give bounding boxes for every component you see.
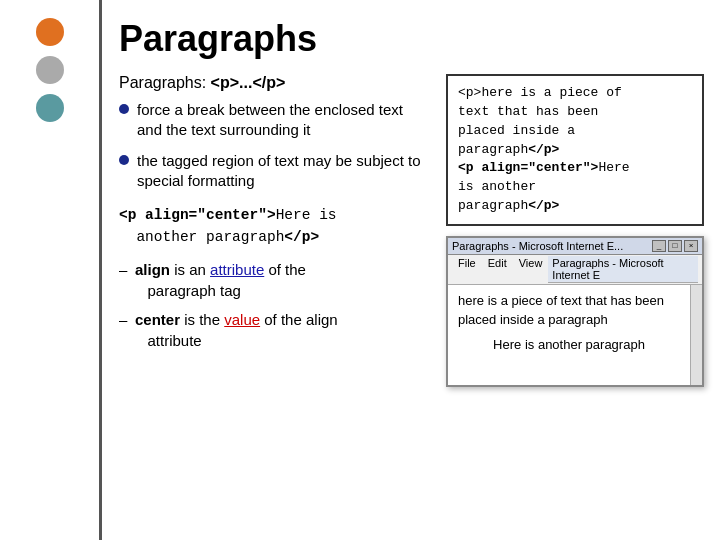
menu-view[interactable]: View: [513, 256, 549, 283]
browser-para2: placed inside a paragraph: [458, 312, 680, 327]
codebox-line3: placed inside a: [458, 122, 692, 141]
dash-item-2: center is the value of the align attribu…: [119, 309, 430, 351]
left-divider: [99, 0, 102, 540]
codebox-tag4: </p>: [528, 142, 559, 157]
browser-win-controls: _ □ ×: [652, 240, 698, 252]
browser-address: Paragraphs - Microsoft Internet E: [548, 256, 698, 283]
bullet-text-1: force a break between the enclosed text …: [137, 100, 430, 141]
left-col: Paragraphs: <p>...</p> force a break bet…: [119, 74, 430, 359]
minimize-button[interactable]: _: [652, 240, 666, 252]
bullet-dot-1: [119, 104, 129, 114]
codebox-line4: paragraph</p>: [458, 141, 692, 160]
codebox-tag7: </p>: [528, 198, 559, 213]
code-section: <p align="center">Here is another paragr…: [119, 205, 430, 249]
browser-title: Paragraphs - Microsoft Internet E...: [452, 240, 652, 252]
codebox-line5: <p align="center">Here: [458, 159, 692, 178]
right-col: <p>here is a piece of text that has been…: [446, 74, 704, 387]
circle-3: [36, 94, 64, 122]
circle-1: [36, 18, 64, 46]
codebox-tag5: <p align="center">: [458, 160, 598, 175]
browser-window: Paragraphs - Microsoft Internet E... _ □…: [446, 236, 704, 387]
codebox-line6: is another: [458, 178, 692, 197]
dash-item-1: align is an attribute of the paragraph t…: [119, 259, 430, 301]
bullet-item-1: force a break between the enclosed text …: [119, 100, 430, 141]
browser-para1: here is a piece of text that has been: [458, 293, 680, 308]
content-columns: Paragraphs: <p>...</p> force a break bet…: [119, 74, 704, 387]
browser-scrollbar[interactable]: [690, 285, 702, 385]
browser-content: here is a piece of text that has been pl…: [448, 285, 690, 385]
codebox-line2: text that has been: [458, 103, 692, 122]
code-line-1: <p align="center">Here is: [119, 205, 430, 227]
browser-para3: Here is another paragraph: [458, 337, 680, 352]
dash2-mid: is the: [184, 311, 224, 328]
bullet-item-2: the tagged region of text may be subject…: [119, 151, 430, 192]
circle-2: [36, 56, 64, 84]
attribute-keyword: attribute: [210, 261, 264, 278]
maximize-button[interactable]: □: [668, 240, 682, 252]
menu-file[interactable]: File: [452, 256, 482, 283]
align-keyword: align: [135, 261, 170, 278]
sidebar: [0, 0, 100, 540]
bullet-list: force a break between the enclosed text …: [119, 100, 430, 191]
center-keyword: center: [135, 311, 180, 328]
close-button[interactable]: ×: [684, 240, 698, 252]
dash1-mid: is an: [174, 261, 210, 278]
bullet-text-2: the tagged region of text may be subject…: [137, 151, 430, 192]
codebox-line7: paragraph</p>: [458, 197, 692, 216]
code-box: <p>here is a piece of text that has been…: [446, 74, 704, 226]
menu-edit[interactable]: Edit: [482, 256, 513, 283]
intro-text: Paragraphs: <p>...</p>: [119, 74, 430, 92]
browser-titlebar: Paragraphs - Microsoft Internet E... _ □…: [448, 238, 702, 255]
dash-list: align is an attribute of the paragraph t…: [119, 259, 430, 351]
codebox-line1: <p>here is a piece of: [458, 84, 692, 103]
main-content: Paragraphs Paragraphs: <p>...</p> force …: [103, 0, 720, 540]
page-title: Paragraphs: [119, 18, 704, 60]
value-keyword: value: [224, 311, 260, 328]
browser-body: here is a piece of text that has been pl…: [448, 285, 702, 385]
bullet-dot-2: [119, 155, 129, 165]
code-line-2: another paragraph</p>: [119, 227, 430, 249]
browser-menubar: File Edit View Paragraphs - Microsoft In…: [448, 255, 702, 285]
